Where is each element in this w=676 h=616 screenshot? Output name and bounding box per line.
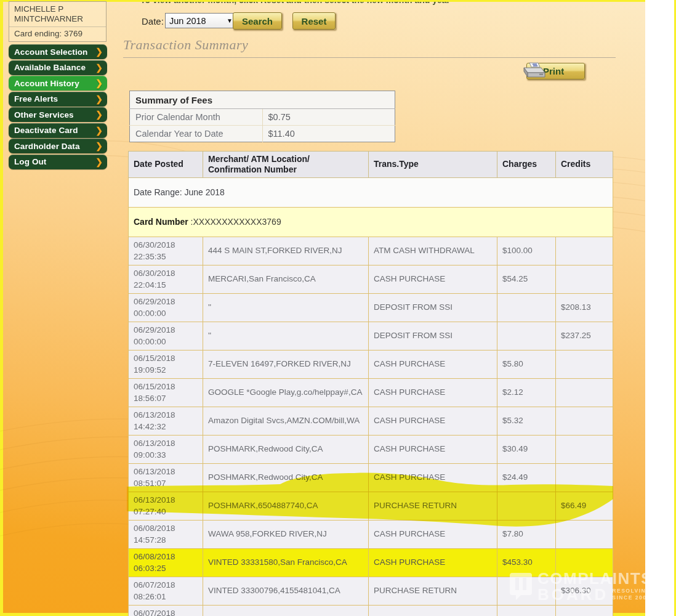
- date-posted-cell: 06/30/201822:35:35: [129, 237, 203, 265]
- card-ending: Card ending: 3769: [14, 29, 101, 39]
- card-number-value: :XXXXXXXXXXXX3769: [191, 217, 281, 227]
- charges-cell: [497, 577, 556, 606]
- merchant-cell: '': [203, 294, 369, 322]
- charges-cell: $5.32: [497, 407, 556, 436]
- charges-cell: $453.30: [497, 549, 556, 577]
- charges-cell: [497, 492, 556, 521]
- sidebar-item-free-alerts[interactable]: Free Alerts ❯: [9, 92, 107, 107]
- table-row[interactable]: 06/13/201809:00:33 POSHMARK,Redwood City…: [129, 436, 613, 464]
- merchant-cell: POSHMARK,6504887740,CA: [203, 492, 369, 521]
- fees-table-title: Summary of Fees: [130, 91, 395, 109]
- merchant-cell: MERCARI,San Francisco,CA: [203, 265, 369, 294]
- chevron-right-icon: ❯: [95, 126, 103, 136]
- date-posted-cell: 06/29/201800:00:00: [129, 294, 203, 322]
- table-row[interactable]: 06/13/201808:51:07 POSHMARK,Redwood City…: [129, 464, 613, 492]
- sidebar-item-available-balance[interactable]: Available Balance ❯: [9, 60, 107, 75]
- sidebar-item-label: Other Services: [14, 110, 95, 120]
- sidebar-item-cardholder-data[interactable]: Cardholder Data ❯: [9, 139, 107, 153]
- table-row[interactable]: 06/07/201808:26:01 VINTED 33300796,41554…: [129, 577, 613, 606]
- fee-value: $0.75: [262, 109, 395, 126]
- dropdown-arrow-icon: ▼: [227, 17, 233, 24]
- highlighted-table-row[interactable]: 06/08/201806:03:25 VINTED 33331580,San F…: [129, 549, 613, 577]
- print-control: Print: [519, 61, 588, 82]
- sidebar-item-label: Available Balance: [14, 63, 95, 72]
- credits-cell: $306.30: [556, 577, 613, 606]
- date-posted-cell: 06/08/201814:57:28: [129, 521, 203, 549]
- sidebar-item-label: Account Selection: [14, 47, 95, 57]
- charges-cell: $30.49: [497, 436, 556, 464]
- trans-type-cell: DEPOSIT FROM SSI: [369, 322, 497, 351]
- trans-type-cell: CASH PURCHASE: [369, 351, 497, 379]
- sidebar-item-deactivate-card[interactable]: Deactivate Card ❯: [9, 123, 107, 138]
- charges-cell: [497, 322, 556, 351]
- date-posted-cell: 06/13/201808:51:07: [129, 464, 203, 492]
- chevron-right-icon: ❯: [95, 157, 103, 167]
- transactions-table: Date Range: June 2018 Card Number :XXXXX…: [128, 151, 613, 616]
- credits-cell: [556, 407, 613, 436]
- charges-cell: [497, 606, 556, 616]
- table-row[interactable]: 06/15/201818:56:07 GOOGLE *Google Play,g…: [129, 379, 613, 407]
- trans-type-cell: ATM CASH WITHDRAWAL: [369, 237, 497, 265]
- fee-value: $11.40: [262, 126, 395, 142]
- sidebar-nav: Account Selection ❯ Available Balance ❯ …: [9, 44, 107, 169]
- table-row[interactable]: 06/07/201807:22:39 VINTED 33301880,41554…: [129, 606, 613, 616]
- credits-cell: [556, 436, 613, 464]
- table-row[interactable]: 06/30/201822:04:15 MERCARI,San Francisco…: [129, 265, 613, 294]
- merchant-cell: POSHMARK,Redwood City,CA: [203, 464, 369, 492]
- search-button[interactable]: Search: [233, 12, 282, 30]
- merchant-cell: VINTED 33331580,San Francisco,CA: [203, 549, 369, 577]
- trans-type-cell: DEPOSIT FROM SSI: [369, 294, 497, 322]
- credits-cell: [556, 379, 613, 407]
- credits-cell: $237.25: [556, 322, 613, 351]
- sidebar-item-label: Account History: [14, 79, 95, 88]
- table-row[interactable]: 06/13/201807:27:40 POSHMARK,6504887740,C…: [129, 492, 613, 521]
- date-posted-cell: 06/15/201819:09:52: [129, 351, 203, 379]
- card-number-row: Card Number :XXXXXXXXXXXX3769: [129, 208, 613, 237]
- table-row[interactable]: 06/29/201800:00:00 '' DEPOSIT FROM SSI $…: [129, 294, 613, 322]
- credits-cell: [556, 464, 613, 492]
- chevron-right-icon: ❯: [95, 94, 103, 104]
- table-row[interactable]: 06/15/201819:09:52 7-ELEVEN 16497,FORKED…: [129, 351, 613, 379]
- merchant-cell: Amazon Digital Svcs,AMZN.COM/bill,WA: [203, 407, 369, 436]
- date-posted-cell: 06/29/201800:00:00: [129, 322, 203, 351]
- table-row[interactable]: 06/29/201800:00:00 '' DEPOSIT FROM SSI $…: [129, 322, 613, 351]
- trans-type-cell: CASH PURCHASE: [369, 521, 497, 549]
- summary-of-fees-table: Summary of Fees Prior Calendar Month $0.…: [129, 91, 395, 142]
- chevron-right-icon: ❯: [95, 63, 103, 73]
- table-row[interactable]: 06/30/201822:35:35 444 S MAIN ST,FORKED …: [129, 237, 613, 265]
- date-posted-cell: 06/07/201807:22:39: [129, 606, 203, 616]
- month-year-dropdown[interactable]: Jun 2018 ▼: [165, 13, 237, 28]
- table-row[interactable]: 06/13/201814:42:32 Amazon Digital Svcs,A…: [129, 407, 613, 436]
- sidebar-item-label: Free Alerts: [14, 94, 95, 103]
- date-posted-cell: 06/13/201809:00:33: [129, 436, 203, 464]
- card-number-label: Card Number: [134, 217, 188, 227]
- sidebar-item-log-out[interactable]: Log Out ❯: [9, 155, 107, 169]
- charges-cell: $5.80: [497, 351, 556, 379]
- table-row[interactable]: 06/08/201814:57:28 WAWA 958,FORKED RIVER…: [129, 521, 613, 549]
- merchant-cell: GOOGLE *Google Play,g.co/helppay#,CA: [203, 379, 369, 407]
- table-header-row: Date Posted Merchant/ ATM Location/ Conf…: [129, 152, 613, 178]
- top-instruction-text: To view another month, click Reset and t…: [140, 2, 639, 5]
- divider: [9, 26, 106, 27]
- top-instruction-note: To view another month, click Reset and t…: [140, 2, 639, 6]
- merchant-cell: '': [203, 322, 369, 351]
- charges-cell: $100.00: [497, 237, 556, 265]
- trans-type-cell: CASH PURCHASE: [369, 464, 497, 492]
- credits-cell: [556, 549, 613, 577]
- sidebar-item-label: Cardholder Data: [14, 142, 95, 151]
- charges-cell: [497, 294, 556, 322]
- date-posted-cell: 06/08/201806:03:25: [129, 549, 203, 577]
- printer-icon: [519, 61, 547, 81]
- credits-cell: [556, 265, 613, 294]
- credits-cell: [556, 351, 613, 379]
- reset-button[interactable]: Reset: [292, 12, 336, 30]
- sidebar-item-account-selection[interactable]: Account Selection ❯: [9, 44, 107, 59]
- merchant-cell: VINTED 33301880,4155481041,CA: [203, 606, 369, 616]
- trans-type-cell: CASH PURCHASE: [369, 436, 497, 464]
- sidebar-item-other-services[interactable]: Other Services ❯: [9, 107, 107, 122]
- sidebar-item-account-history[interactable]: Account History ❯: [9, 76, 107, 91]
- merchant-cell: WAWA 958,FORKED RIVER,NJ: [203, 521, 369, 549]
- user-info-card: MICHELLE P MINTCHWARNER Card ending: 376…: [9, 1, 107, 42]
- col-header-merchant: Merchant/ ATM Location/ Confirmation Num…: [203, 152, 369, 178]
- user-name: MICHELLE P MINTCHWARNER: [14, 4, 101, 24]
